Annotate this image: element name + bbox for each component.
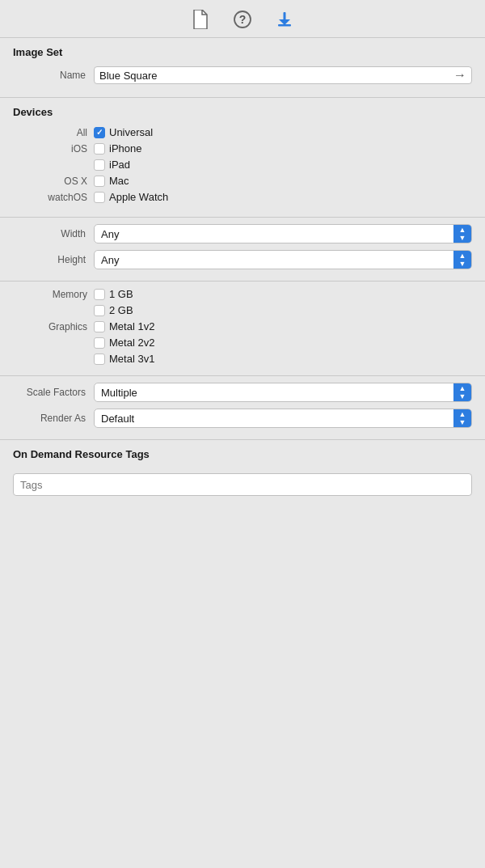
graphics-metal2v2-row: Metal 2v2 [13,337,472,349]
metal2v2-label: Metal 2v2 [109,337,154,349]
scale-factors-row: Scale Factors Multiple ▲ ▼ [13,383,472,402]
name-label: Name [13,70,94,81]
devices-title: Devices [13,106,472,118]
iphone-checkbox[interactable] [94,143,105,155]
render-as-value: Default [95,413,134,425]
2gb-checkbox-wrapper: 2 GB [94,304,133,316]
width-label: Width [13,228,94,239]
svg-text:?: ? [239,13,247,26]
metal1v2-label: Metal 1v2 [109,320,154,332]
mac-label: Mac [109,175,129,187]
render-as-select[interactable]: Default ▲ ▼ [94,409,472,428]
metal2v2-checkbox-wrapper: Metal 2v2 [94,337,154,349]
metal3v1-checkbox-wrapper: Metal 3v1 [94,353,154,365]
graphics-metal3v1-row: Metal 3v1 [13,353,472,365]
height-label: Height [13,254,94,265]
render-as-label: Render As [13,413,94,424]
width-arrow-up-icon: ▲ [459,226,466,234]
help-icon-button[interactable]: ? [233,10,252,29]
height-arrows: ▲ ▼ [453,251,471,269]
2gb-label: 2 GB [109,304,133,316]
width-height-section: Width Any ▲ ▼ Height Any ▲ ▼ [0,218,485,282]
1gb-checkbox[interactable] [94,289,105,300]
metal3v1-checkbox[interactable] [94,354,105,365]
name-input[interactable]: Blue Square → [94,66,472,84]
all-checkbox-wrapper: Universal [94,126,153,138]
scale-factors-select[interactable]: Multiple ▲ ▼ [94,383,472,402]
width-select[interactable]: Any ▲ ▼ [94,224,472,243]
width-arrow-down-icon: ▼ [459,234,466,242]
on-demand-section: On Demand Resource Tags [0,440,485,504]
scale-arrow-up-icon: ▲ [459,384,466,392]
tags-input[interactable] [13,473,472,496]
height-arrow-up-icon: ▲ [459,252,466,260]
image-set-section: Image Set Name Blue Square → [0,38,485,98]
mac-checkbox-wrapper: Mac [94,175,129,187]
height-row: Height Any ▲ ▼ [13,250,472,269]
metal3v1-label: Metal 3v1 [109,353,154,365]
scale-arrow-down-icon: ▼ [459,392,466,400]
name-value: Blue Square [99,70,450,82]
width-arrows: ▲ ▼ [453,225,471,243]
all-row: All Universal [13,126,472,138]
ipad-row: iPad [13,159,472,171]
memory-label: Memory [13,289,94,300]
graphics-label: Graphics [13,321,94,332]
ipad-checkbox[interactable] [94,159,105,171]
watchos-row: watchOS Apple Watch [13,191,472,203]
graphics-metal1v2-row: Graphics Metal 1v2 [13,320,472,332]
all-checkbox[interactable] [94,127,105,138]
mac-checkbox[interactable] [94,176,105,187]
ios-label: iOS [13,143,94,155]
osx-mac-row: OS X Mac [13,175,472,187]
applewatch-checkbox[interactable] [94,192,105,203]
toolbar: ? [0,0,485,38]
ipad-checkbox-wrapper: iPad [94,159,130,171]
memory-1gb-row: Memory 1 GB [13,288,472,300]
watchos-label: watchOS [13,192,94,203]
scale-factors-value: Multiple [95,387,137,399]
height-arrow-down-icon: ▼ [459,260,466,268]
scale-factors-label: Scale Factors [13,387,94,398]
2gb-checkbox[interactable] [94,305,105,316]
osx-label: OS X [13,176,94,187]
scale-render-section: Scale Factors Multiple ▲ ▼ Render As Def… [0,376,485,440]
render-arrow-up-icon: ▲ [459,410,466,418]
all-label: All [13,127,94,138]
memory-2gb-row: 2 GB [13,304,472,316]
download-icon-button[interactable] [275,10,294,29]
height-select[interactable]: Any ▲ ▼ [94,250,472,269]
name-row: Name Blue Square → [13,66,472,84]
render-as-row: Render As Default ▲ ▼ [13,409,472,428]
iphone-checkbox-wrapper: iPhone [94,142,141,155]
metal1v2-checkbox-wrapper: Metal 1v2 [94,320,154,332]
svg-rect-3 [284,12,286,20]
universal-label: Universal [109,126,153,138]
name-arrow-icon: → [453,68,466,83]
applewatch-checkbox-wrapper: Apple Watch [94,191,168,203]
metal1v2-checkbox[interactable] [94,321,105,332]
iphone-label: iPhone [109,142,141,155]
1gb-checkbox-wrapper: 1 GB [94,288,133,300]
width-value: Any [95,228,119,240]
memory-graphics-section: Memory 1 GB 2 GB Graphics Metal 1v2 Meta… [0,282,485,376]
document-icon-button[interactable] [191,10,210,29]
ipad-label: iPad [109,159,130,171]
height-value: Any [95,254,119,266]
metal2v2-checkbox[interactable] [94,337,105,349]
render-as-arrows: ▲ ▼ [453,409,471,427]
applewatch-label: Apple Watch [109,191,168,203]
1gb-label: 1 GB [109,288,133,300]
width-row: Width Any ▲ ▼ [13,224,472,243]
scale-factors-arrows: ▲ ▼ [453,383,471,401]
render-arrow-down-icon: ▼ [459,418,466,426]
ios-iphone-row: iOS iPhone [13,142,472,155]
on-demand-title: On Demand Resource Tags [13,448,472,460]
devices-section: Devices All Universal iOS iPhone iPad OS… [0,98,485,218]
image-set-title: Image Set [13,46,472,58]
